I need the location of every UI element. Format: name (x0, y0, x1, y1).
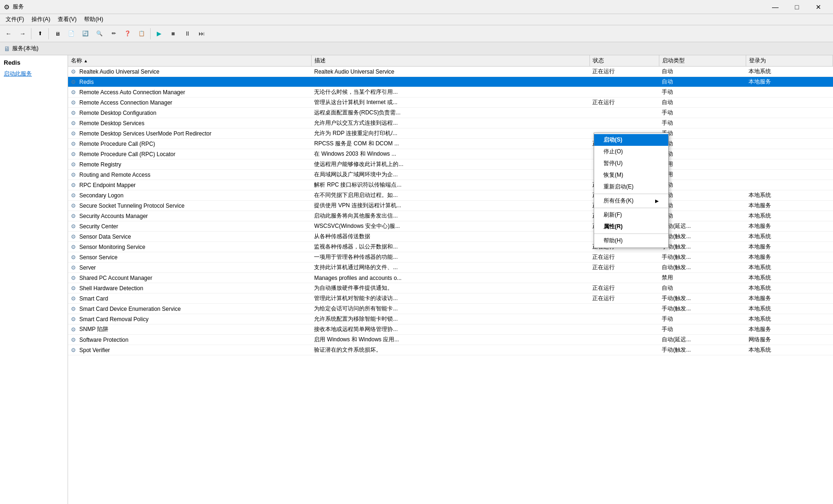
service-startup: 手动 (659, 87, 746, 98)
table-row[interactable]: Remote Desktop Services UserMode Port Re… (68, 128, 833, 139)
close-button[interactable]: ✕ (808, 0, 829, 14)
ctx-menu-item[interactable]: 暂停(U) (594, 158, 668, 169)
show-hide-button[interactable]: 🖥 (51, 27, 64, 40)
help-button[interactable]: ❓ (121, 27, 134, 40)
table-row[interactable]: Remote Access Connection Manager管理从这台计算机… (68, 98, 833, 108)
ctx-menu-item[interactable]: 帮助(H) (594, 235, 668, 247)
table-row[interactable]: Secondary Logon在不同凭据下启用启动过程。如...正在运行手动本地… (68, 190, 833, 201)
service-name: Spot Verifier (68, 345, 311, 355)
ctx-menu-item[interactable]: 停止(O) (594, 146, 668, 158)
service-login (746, 108, 833, 118)
service-name: Sensor Data Service (68, 232, 311, 242)
refresh-button[interactable]: 🔄 (79, 27, 92, 40)
filter-button[interactable]: 🔍 (93, 27, 106, 40)
service-startup: 自动 (659, 180, 746, 190)
table-row[interactable]: Redis自动本地服务 (68, 77, 833, 87)
service-gear-icon (71, 223, 77, 230)
service-gear-icon (71, 203, 77, 209)
ctx-menu-item[interactable]: 属性(R) (594, 221, 668, 233)
service-status (589, 273, 659, 283)
table-row[interactable]: Sensor Service一项用于管理各种传感器的功能...正在运行手动(触发… (68, 252, 833, 263)
menu-file[interactable]: 文件(F) (2, 15, 28, 24)
window-controls: — □ ✕ (764, 0, 829, 14)
table-row[interactable]: Smart Card Removal Policy允许系统配置为移除智能卡时锁.… (68, 314, 833, 324)
table-row[interactable]: Remote Procedure Call (RPC) Locator在 Win… (68, 149, 833, 159)
sidebar: Redis 启动此服务 (0, 55, 68, 504)
properties-button[interactable]: 📋 (135, 27, 148, 40)
service-gear-icon (71, 192, 77, 199)
table-row[interactable]: Remote Desktop Services允许用户以交互方式连接到远程...… (68, 118, 833, 128)
service-startup: 手动 (659, 128, 746, 139)
service-status: 正在运行 (589, 263, 659, 273)
stop-button[interactable]: ■ (167, 27, 180, 40)
ctx-menu-item[interactable]: 刷新(F) (594, 209, 668, 221)
menu-view[interactable]: 查看(V) (54, 15, 80, 24)
service-name: Remote Desktop Services UserMode Port Re… (68, 128, 311, 139)
table-row[interactable]: Security CenterWSCSVC(Windows 安全中心)服...正… (68, 221, 833, 232)
table-row[interactable]: Sensor Data Service从各种传感器传送数据手动(触发...本地系… (68, 232, 833, 242)
up-button[interactable]: ⬆ (33, 27, 46, 40)
pause-button[interactable]: ⏸ (181, 27, 194, 40)
table-row[interactable]: Server支持此计算机通过网络的文件、...正在运行自动(触发...本地系统 (68, 263, 833, 273)
service-startup: 手动(触发... (659, 232, 746, 242)
service-name: Server (68, 263, 311, 273)
service-login: 本地服务 (746, 324, 833, 335)
menu-help[interactable]: 帮助(H) (80, 15, 107, 24)
table-row[interactable]: SNMP 陷阱接收本地或远程简单网络管理协...手动本地服务 (68, 324, 833, 335)
start-service-link[interactable]: 启动此服务 (4, 70, 32, 77)
edit-button[interactable]: ✏ (107, 27, 120, 40)
table-scroll[interactable]: 名称 ▲ 描述 状态 启动类型 登录为 Realtek Audio Univer… (68, 55, 833, 504)
table-row[interactable]: RPC Endpoint Mapper解析 RPC 接口标识符以传输端点...正… (68, 180, 833, 190)
table-row[interactable]: Smart Card管理此计算机对智能卡的读读访...正在运行手动(触发...本… (68, 293, 833, 304)
menu-action[interactable]: 操作(A) (28, 15, 54, 24)
col-header-status[interactable]: 状态 (589, 55, 659, 67)
table-row[interactable]: Sensor Monitoring Service监视各种传感器，以公开数据和.… (68, 242, 833, 252)
service-name: Remote Desktop Configuration (68, 108, 311, 118)
table-row[interactable]: Routing and Remote Access在局域网以及广域网环境中为企.… (68, 170, 833, 180)
maximize-button[interactable]: □ (786, 0, 808, 14)
minimize-button[interactable]: — (764, 0, 786, 14)
service-login (746, 128, 833, 139)
ctx-menu-item[interactable]: 恢复(M) (594, 169, 668, 181)
service-startup: 自动(延迟... (659, 221, 746, 232)
export-list-button[interactable]: 📄 (65, 27, 78, 40)
table-row[interactable]: Realtek Audio Universal ServiceRealtek A… (68, 67, 833, 77)
forward-button[interactable]: → (16, 27, 29, 40)
table-row[interactable]: Remote Registry使远程用户能够修改此计算机上的...禁用 (68, 159, 833, 170)
service-desc: 管理从这台计算机到 Internet 或... (311, 98, 589, 108)
restart-button[interactable]: ⏭ (195, 27, 208, 40)
service-login (746, 118, 833, 128)
service-startup: 手动(触发... (659, 345, 746, 355)
table-row[interactable]: Remote Procedure Call (RPC)RPCSS 服务是 COM… (68, 139, 833, 149)
col-header-desc[interactable]: 描述 (311, 55, 589, 67)
ctx-item-label: 所有任务(K) (604, 197, 634, 205)
col-header-name[interactable]: 名称 ▲ (68, 55, 311, 67)
col-header-login[interactable]: 登录为 (746, 55, 833, 67)
ctx-menu-item[interactable]: 启动(S) (594, 134, 668, 146)
table-row[interactable]: Software Protection启用 Windows 和 Windows … (68, 335, 833, 345)
ctx-menu-item[interactable]: 所有任务(K)▶ (594, 195, 668, 207)
service-desc: 启动此服务将向其他服务发出信... (311, 211, 589, 221)
back-button[interactable]: ← (2, 27, 15, 40)
table-row[interactable]: Secure Socket Tunneling Protocol Service… (68, 201, 833, 211)
table-row[interactable]: Smart Card Device Enumeration Service为给定… (68, 304, 833, 314)
table-row[interactable]: Remote Access Auto Connection Manager无论什… (68, 87, 833, 98)
ctx-separator (594, 233, 668, 234)
service-login: 本地系统 (746, 211, 833, 221)
ctx-menu-item[interactable]: 重新启动(E) (594, 181, 668, 193)
table-row[interactable]: Security Accounts Manager启动此服务将向其他服务发出信.… (68, 211, 833, 221)
service-desc: 远程桌面配置服务(RDCS)负责需... (311, 108, 589, 118)
service-login: 本地系统 (746, 314, 833, 324)
service-name: Remote Access Auto Connection Manager (68, 87, 311, 98)
service-gear-icon (71, 141, 77, 147)
play-button[interactable]: ▶ (153, 27, 166, 40)
service-gear-icon (71, 306, 77, 312)
table-row[interactable]: Shell Hardware Detection为自动播放硬件事件提供通知。正在… (68, 283, 833, 293)
col-header-startup[interactable]: 启动类型 (659, 55, 746, 67)
service-gear-icon (71, 213, 77, 219)
service-desc (311, 77, 589, 87)
table-row[interactable]: Spot Verifier验证潜在的文件系统损坏。手动(触发...本地系统 (68, 345, 833, 355)
table-row[interactable]: Shared PC Account ManagerManages profile… (68, 273, 833, 283)
table-row[interactable]: Remote Desktop Configuration远程桌面配置服务(RDC… (68, 108, 833, 118)
service-login: 本地系统 (746, 273, 833, 283)
